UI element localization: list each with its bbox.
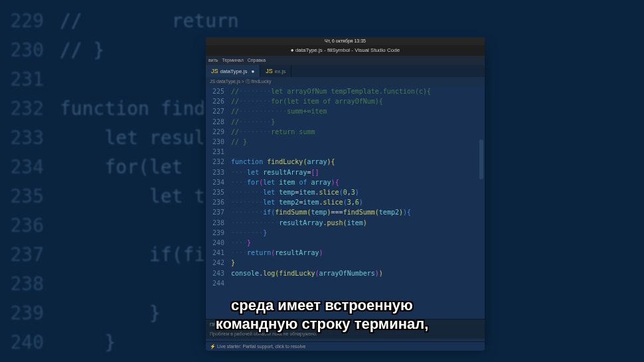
modified-dot-icon: ● bbox=[251, 68, 254, 74]
line-content[interactable]: //········let arrayOfNum tempTemplate.fu… bbox=[231, 86, 485, 96]
line-content[interactable] bbox=[231, 147, 485, 157]
statusbar-text[interactable]: ⚡ Live starter: Partial support, click t… bbox=[210, 344, 305, 349]
line-number[interactable]: 226 bbox=[206, 96, 231, 106]
code-line[interactable]: 228//········} bbox=[206, 117, 485, 127]
background-line-number: 236 bbox=[0, 211, 60, 240]
editor-tab[interactable]: JSex.js bbox=[260, 65, 291, 77]
code-line[interactable]: 238············resultArray.push(item) bbox=[206, 218, 485, 228]
line-content[interactable]: ············resultArray.push(item) bbox=[231, 218, 485, 228]
line-content[interactable] bbox=[231, 278, 485, 288]
background-line-number: 230 bbox=[0, 36, 60, 65]
background-line-number: 238 bbox=[0, 270, 60, 299]
line-number[interactable]: 236 bbox=[206, 197, 231, 207]
menu-item[interactable]: вить bbox=[208, 58, 218, 62]
line-content[interactable]: // } bbox=[231, 137, 485, 147]
code-line[interactable]: 225//········let arrayOfNum tempTemplate… bbox=[206, 86, 485, 96]
line-content[interactable]: ····for(let item of array){ bbox=[231, 177, 485, 187]
code-line[interactable]: 241····return(resultArray) bbox=[206, 248, 485, 258]
line-content[interactable]: ····return(resultArray) bbox=[231, 248, 485, 258]
code-line[interactable]: 239········} bbox=[206, 228, 485, 238]
line-content[interactable]: //········for(let item of arrayOfNum){ bbox=[231, 96, 485, 106]
line-content[interactable]: ········let temp=item.slice(0,3) bbox=[231, 187, 485, 197]
tab-label: dataType.js bbox=[220, 68, 248, 74]
line-content[interactable]: ····let resultArray=[] bbox=[231, 167, 485, 177]
background-line-text: for(let bbox=[60, 153, 194, 182]
code-editor[interactable]: 225//········let arrayOfNum tempTemplate… bbox=[206, 86, 485, 319]
code-line[interactable]: 231 bbox=[206, 147, 485, 157]
line-content[interactable]: //········return summ bbox=[231, 127, 485, 137]
code-line[interactable]: 240····} bbox=[206, 238, 485, 248]
breadcrumb-text[interactable]: JS dataType.js > ⓕ findLucky bbox=[210, 79, 271, 84]
line-number[interactable]: 239 bbox=[206, 228, 231, 238]
background-line-number: 237 bbox=[0, 240, 60, 270]
menubar[interactable]: витьТерминалСправка bbox=[206, 56, 485, 65]
background-line-number: 229 bbox=[0, 7, 60, 36]
menu-item[interactable]: Терминал bbox=[222, 58, 243, 62]
background-line-number: 231 bbox=[0, 65, 60, 94]
background-line-text: } bbox=[60, 328, 116, 357]
line-number[interactable]: 233 bbox=[206, 167, 231, 177]
background-line-number: 234 bbox=[0, 153, 60, 182]
line-content[interactable]: //········} bbox=[231, 117, 485, 127]
editor-tab[interactable]: JSdataType.js● bbox=[206, 65, 260, 77]
line-content[interactable]: function findLucky(array){ bbox=[231, 157, 485, 167]
background-line-text: } bbox=[60, 299, 161, 328]
background-line-text: let result bbox=[60, 124, 216, 153]
line-number[interactable]: 228 bbox=[206, 117, 231, 127]
scrollbar-thumb[interactable] bbox=[479, 139, 483, 179]
code-line[interactable]: 237········if(findSumm(temp)===findSumm(… bbox=[206, 207, 485, 217]
line-number[interactable]: 231 bbox=[206, 147, 231, 157]
breadcrumb[interactable]: JS dataType.js > ⓕ findLucky bbox=[206, 77, 485, 86]
line-number[interactable]: 240 bbox=[206, 238, 231, 248]
statusbar[interactable]: ⚡ Live starter: Partial support, click t… bbox=[206, 341, 485, 351]
code-line[interactable]: 243console.log(findLucky(arrayOfNumbers)… bbox=[206, 268, 485, 278]
line-number[interactable]: 237 bbox=[206, 207, 231, 217]
background-line-text: // return bbox=[60, 7, 239, 36]
code-line[interactable]: 226//········for(let item of arrayOfNum)… bbox=[206, 96, 485, 106]
line-content[interactable]: console.log(findLucky(arrayOfNumbers)) bbox=[231, 268, 485, 278]
code-line[interactable]: 244 bbox=[206, 278, 485, 288]
line-number[interactable]: 227 bbox=[206, 106, 231, 116]
background-line-number: 232 bbox=[0, 94, 60, 124]
code-line[interactable]: 236········let temp2=item.slice(3,6) bbox=[206, 197, 485, 207]
code-line[interactable]: 230// } bbox=[206, 137, 485, 147]
background-line-number: 240 bbox=[0, 328, 60, 357]
line-number[interactable]: 241 bbox=[206, 248, 231, 258]
line-number[interactable]: 238 bbox=[206, 218, 231, 228]
background-line-text: // } bbox=[60, 36, 104, 65]
line-number[interactable]: 225 bbox=[206, 86, 231, 96]
code-line[interactable]: 229//········return summ bbox=[206, 127, 485, 137]
window-title: ● dataType.js - fillSymbol - Visual Stud… bbox=[291, 47, 400, 53]
line-content[interactable]: //············summ+=item bbox=[231, 106, 485, 116]
line-number[interactable]: 243 bbox=[206, 268, 231, 278]
system-bar: Чт, 6 октября 13:35 bbox=[206, 37, 485, 45]
background-line-number: 239 bbox=[0, 299, 60, 328]
line-content[interactable]: ········} bbox=[231, 228, 485, 238]
line-content[interactable]: ········let temp2=item.slice(3,6) bbox=[231, 197, 485, 207]
line-number[interactable]: 235 bbox=[206, 187, 231, 197]
code-line[interactable]: 232function findLucky(array){ bbox=[206, 157, 485, 167]
line-content[interactable]: ········if(findSumm(temp)===findSumm(tem… bbox=[231, 207, 485, 217]
line-number[interactable]: 234 bbox=[206, 177, 231, 187]
titlebar: ● dataType.js - fillSymbol - Visual Stud… bbox=[206, 45, 485, 56]
code-line[interactable]: 234····for(let item of array){ bbox=[206, 177, 485, 187]
system-datetime: Чт, 6 октября 13:35 bbox=[325, 39, 366, 43]
code-line[interactable]: 242} bbox=[206, 258, 485, 268]
code-line[interactable]: 233····let resultArray=[] bbox=[206, 167, 485, 177]
line-content[interactable]: } bbox=[231, 258, 485, 268]
tabbar: JSdataType.js●JSex.js bbox=[206, 65, 485, 77]
background-code-line: 229// return bbox=[0, 7, 644, 36]
code-line[interactable]: 227//············summ+=item bbox=[206, 106, 485, 116]
line-number[interactable]: 242 bbox=[206, 258, 231, 268]
line-number[interactable]: 230 bbox=[206, 137, 231, 147]
line-number[interactable]: 232 bbox=[206, 157, 231, 167]
line-number[interactable]: 244 bbox=[206, 278, 231, 288]
line-content[interactable]: ····} bbox=[231, 238, 485, 248]
video-subtitle: среда имеет встроенную командную строку … bbox=[216, 296, 429, 334]
menu-item[interactable]: Справка bbox=[248, 58, 266, 62]
line-number[interactable]: 229 bbox=[206, 127, 231, 137]
code-line[interactable]: 235········let temp=item.slice(0,3) bbox=[206, 187, 485, 197]
background-line-number: 235 bbox=[0, 182, 60, 211]
tab-label: ex.js bbox=[275, 68, 285, 74]
background-line-number: 233 bbox=[0, 124, 60, 153]
